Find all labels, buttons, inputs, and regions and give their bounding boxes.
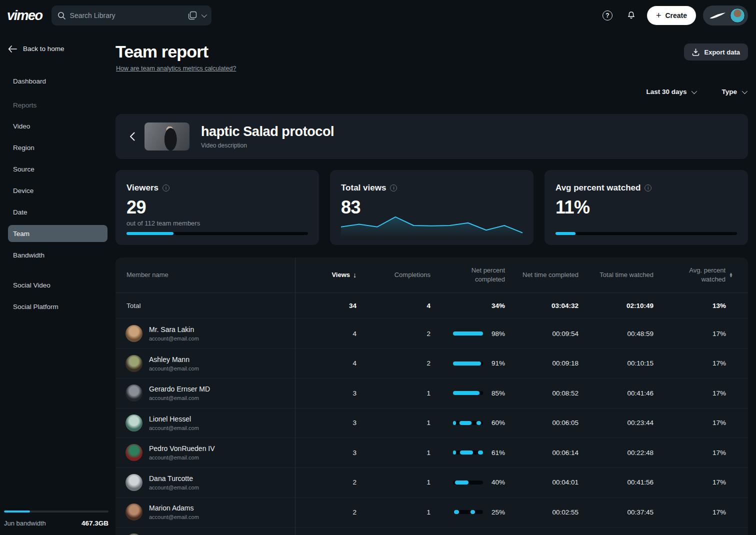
net-time-cell: 00:08:52 [505,390,578,397]
plus-icon: + [656,10,662,21]
watched-segments-bar [453,421,483,425]
table-row[interactable]: Mr. Sara Lakinaccount@email.com4298%00:0… [116,318,748,348]
col-avg-percent[interactable]: Avg. percent watched ▲▼ [654,266,748,284]
avg-percent-cell: 17% [654,419,748,426]
total-label: Total [116,302,295,310]
metrics-help-link[interactable]: How are team analytics metrics calculate… [116,65,236,72]
sidebar-item-team[interactable]: Team [8,225,108,242]
search-input[interactable] [70,12,184,20]
bandwidth-value: 467.3GB [82,520,108,527]
sidebar-item-social-video[interactable]: Social Video [8,276,108,294]
table-row[interactable]: Ashley Mannaccount@email.com4291%00:09:1… [116,348,748,378]
sort-both-icon: ▲▼ [729,272,733,278]
member-name: Pedro VonRueden IV [149,444,215,452]
download-icon [692,48,700,56]
table-row[interactable]: Dana Turcotteaccount@email.com2140%00:04… [116,468,748,498]
col-completions[interactable]: Completions [356,270,430,280]
video-thumbnail[interactable] [144,122,190,150]
app-root: vimeo ? + Create [0,0,756,535]
views-cell: 4 [295,330,356,338]
views-cell: 2 [295,478,356,486]
col-avg-percent-label: Avg. percent watched [684,266,726,284]
watched-segments-bar [453,450,483,454]
table-row[interactable]: Marion Adamsaccount@email.com2125%00:02:… [116,497,748,527]
member-email: account@email.com [149,395,210,401]
bandwidth-track [4,510,108,512]
stat-cards: Viewers i 29 out of 112 team members Tot… [116,170,748,245]
account-menu[interactable] [703,6,748,26]
info-icon[interactable]: i [644,184,652,192]
sidebar-item-region[interactable]: Region [8,139,108,156]
total-net-time: 03:04:32 [505,302,578,310]
back-to-home-link[interactable]: Back to home [8,45,108,52]
sidebar-item-video[interactable]: Video [8,118,108,134]
viewers-label: Viewers [126,183,158,193]
export-data-button[interactable]: Export data [684,44,748,60]
member-avatar [126,474,142,491]
member-avatar [126,444,142,461]
type-filter-label: Type [722,88,737,96]
previous-video-button[interactable] [126,131,138,142]
views-cell: 3 [295,390,356,397]
net-percent-cell: 40% [430,478,505,486]
table-row[interactable]: Pedro VonRueden IVaccount@email.com3161%… [116,438,748,468]
member-name: Gerardo Ernser MD [149,385,210,393]
member-name: Dana Turcotte [149,474,199,482]
total-views-label: Total views [341,183,386,193]
vimeo-logo[interactable]: vimeo [7,8,42,24]
sidebar-item-social-platform[interactable]: Social Platform [8,298,108,315]
col-net-percent[interactable]: Net percent completed [430,266,505,284]
chevron-down-icon [742,88,748,94]
viewers-caption: out of 112 team members [126,220,200,227]
col-member-name[interactable]: Member name [116,270,295,280]
net-time-cell: 00:02:55 [505,508,578,516]
col-views[interactable]: Views ↓ [295,270,356,280]
net-percent-cell: 60% [430,419,505,426]
search-icon [58,12,66,20]
member-avatar [126,325,142,342]
info-icon[interactable]: i [162,184,170,192]
table-row[interactable]: Gerardo Ernser MDaccount@email.com3185%0… [116,378,748,408]
sidebar-item-bandwidth[interactable]: Bandwidth [8,246,108,264]
video-title: haptic Salad protocol [201,124,334,140]
date-range-label: Last 30 days [646,88,686,96]
viewers-card: Viewers i 29 out of 112 team members [116,170,319,245]
watched-segments-bar [453,391,483,395]
sidebar-item-source[interactable]: Source [8,160,108,178]
col-net-time[interactable]: Net time completed [505,270,578,280]
member-avatar [126,355,142,372]
views-cell: 3 [295,419,356,426]
table-row[interactable]: Lionel Hesselaccount@email.com3160%00:06… [116,408,748,438]
back-to-home-label: Back to home [23,45,64,52]
table-body: Mr. Sara Lakinaccount@email.com4298%00:0… [116,318,748,535]
search-scope-chevron-icon[interactable] [201,12,206,18]
help-button[interactable]: ? [599,7,616,24]
search-bar[interactable] [52,6,212,26]
team-report-table: Member name Views ↓ Completions Net perc… [116,258,748,535]
nike-swoosh-icon [709,12,726,19]
col-total-time[interactable]: Total time watched [578,270,654,280]
member-name: Mr. Sara Lakin [149,326,199,334]
info-icon[interactable]: i [390,184,397,192]
topbar: vimeo ? + Create [0,0,756,31]
sidebar-item-device[interactable]: Device [8,182,108,199]
video-banner: haptic Salad protocol Video description [116,114,748,159]
notifications-button[interactable] [623,7,640,24]
date-range-filter[interactable]: Last 30 days [646,88,696,96]
type-filter[interactable]: Type [722,88,746,96]
sidebar-item-date[interactable]: Date [8,204,108,220]
bandwidth-fill [4,510,30,512]
total-total-time: 02:10:49 [578,302,654,310]
bandwidth-meter: Jun bandwidth 467.3GB [4,510,108,527]
total-time-cell: 00:37:45 [578,508,654,516]
member-email: account@email.com [149,366,199,372]
watched-segments-bar [453,362,483,366]
completions-cell: 2 [356,360,430,367]
sidebar-item-dashboard[interactable]: Dashboard [8,72,108,90]
net-percent-cell: 91% [430,360,505,367]
table-row-partial[interactable]: Vicki Hammes Jr.account@email.com [116,527,748,535]
total-time-cell: 00:23:44 [578,419,654,426]
member-name: Marion Adams [149,504,199,512]
net-time-cell: 00:04:01 [505,478,578,486]
create-button[interactable]: + Create [647,6,696,25]
